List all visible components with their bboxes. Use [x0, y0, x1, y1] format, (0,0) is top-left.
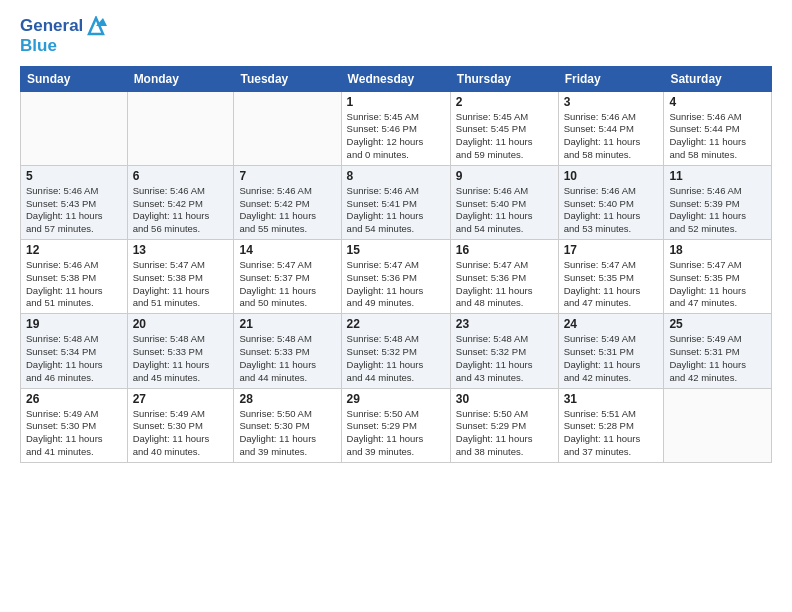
day-info: Sunrise: 5:48 AM Sunset: 5:32 PM Dayligh… [347, 333, 445, 384]
day-info: Sunrise: 5:47 AM Sunset: 5:35 PM Dayligh… [564, 259, 659, 310]
day-number: 16 [456, 243, 553, 257]
day-info: Sunrise: 5:46 AM Sunset: 5:39 PM Dayligh… [669, 185, 766, 236]
day-number: 24 [564, 317, 659, 331]
calendar-cell: 23Sunrise: 5:48 AM Sunset: 5:32 PM Dayli… [450, 314, 558, 388]
day-info: Sunrise: 5:45 AM Sunset: 5:46 PM Dayligh… [347, 111, 445, 162]
day-info: Sunrise: 5:46 AM Sunset: 5:43 PM Dayligh… [26, 185, 122, 236]
day-info: Sunrise: 5:46 AM Sunset: 5:42 PM Dayligh… [239, 185, 335, 236]
calendar-cell: 30Sunrise: 5:50 AM Sunset: 5:29 PM Dayli… [450, 388, 558, 462]
day-number: 23 [456, 317, 553, 331]
day-info: Sunrise: 5:48 AM Sunset: 5:32 PM Dayligh… [456, 333, 553, 384]
day-info: Sunrise: 5:47 AM Sunset: 5:36 PM Dayligh… [347, 259, 445, 310]
calendar-cell: 6Sunrise: 5:46 AM Sunset: 5:42 PM Daylig… [127, 165, 234, 239]
day-number: 1 [347, 95, 445, 109]
calendar-cell: 10Sunrise: 5:46 AM Sunset: 5:40 PM Dayli… [558, 165, 664, 239]
calendar-table: SundayMondayTuesdayWednesdayThursdayFrid… [20, 66, 772, 463]
day-number: 31 [564, 392, 659, 406]
day-number: 5 [26, 169, 122, 183]
calendar-cell: 18Sunrise: 5:47 AM Sunset: 5:35 PM Dayli… [664, 240, 772, 314]
calendar-cell: 1Sunrise: 5:45 AM Sunset: 5:46 PM Daylig… [341, 91, 450, 165]
day-number: 26 [26, 392, 122, 406]
calendar-cell: 24Sunrise: 5:49 AM Sunset: 5:31 PM Dayli… [558, 314, 664, 388]
day-number: 4 [669, 95, 766, 109]
weekday-header-wednesday: Wednesday [341, 66, 450, 91]
calendar-cell: 13Sunrise: 5:47 AM Sunset: 5:38 PM Dayli… [127, 240, 234, 314]
week-row-4: 19Sunrise: 5:48 AM Sunset: 5:34 PM Dayli… [21, 314, 772, 388]
day-number: 12 [26, 243, 122, 257]
day-info: Sunrise: 5:49 AM Sunset: 5:30 PM Dayligh… [26, 408, 122, 459]
calendar-cell: 20Sunrise: 5:48 AM Sunset: 5:33 PM Dayli… [127, 314, 234, 388]
calendar-cell: 9Sunrise: 5:46 AM Sunset: 5:40 PM Daylig… [450, 165, 558, 239]
day-info: Sunrise: 5:46 AM Sunset: 5:40 PM Dayligh… [564, 185, 659, 236]
week-row-3: 12Sunrise: 5:46 AM Sunset: 5:38 PM Dayli… [21, 240, 772, 314]
calendar-cell: 8Sunrise: 5:46 AM Sunset: 5:41 PM Daylig… [341, 165, 450, 239]
calendar-cell: 21Sunrise: 5:48 AM Sunset: 5:33 PM Dayli… [234, 314, 341, 388]
day-info: Sunrise: 5:47 AM Sunset: 5:36 PM Dayligh… [456, 259, 553, 310]
calendar-cell: 14Sunrise: 5:47 AM Sunset: 5:37 PM Dayli… [234, 240, 341, 314]
day-info: Sunrise: 5:46 AM Sunset: 5:40 PM Dayligh… [456, 185, 553, 236]
day-number: 19 [26, 317, 122, 331]
calendar-cell [21, 91, 128, 165]
calendar-cell: 17Sunrise: 5:47 AM Sunset: 5:35 PM Dayli… [558, 240, 664, 314]
weekday-header-friday: Friday [558, 66, 664, 91]
day-info: Sunrise: 5:46 AM Sunset: 5:38 PM Dayligh… [26, 259, 122, 310]
calendar-cell: 11Sunrise: 5:46 AM Sunset: 5:39 PM Dayli… [664, 165, 772, 239]
calendar-cell: 4Sunrise: 5:46 AM Sunset: 5:44 PM Daylig… [664, 91, 772, 165]
header: General Blue [20, 16, 772, 56]
week-row-1: 1Sunrise: 5:45 AM Sunset: 5:46 PM Daylig… [21, 91, 772, 165]
day-number: 9 [456, 169, 553, 183]
weekday-header-sunday: Sunday [21, 66, 128, 91]
weekday-header-thursday: Thursday [450, 66, 558, 91]
calendar-container: General Blue SundayMondayTuesdayWednesda… [0, 0, 792, 612]
day-info: Sunrise: 5:48 AM Sunset: 5:34 PM Dayligh… [26, 333, 122, 384]
calendar-cell [127, 91, 234, 165]
day-number: 25 [669, 317, 766, 331]
calendar-cell: 2Sunrise: 5:45 AM Sunset: 5:45 PM Daylig… [450, 91, 558, 165]
day-number: 10 [564, 169, 659, 183]
calendar-cell: 22Sunrise: 5:48 AM Sunset: 5:32 PM Dayli… [341, 314, 450, 388]
day-number: 15 [347, 243, 445, 257]
day-number: 8 [347, 169, 445, 183]
day-info: Sunrise: 5:46 AM Sunset: 5:42 PM Dayligh… [133, 185, 229, 236]
day-info: Sunrise: 5:50 AM Sunset: 5:29 PM Dayligh… [456, 408, 553, 459]
calendar-cell [234, 91, 341, 165]
day-number: 30 [456, 392, 553, 406]
calendar-cell: 19Sunrise: 5:48 AM Sunset: 5:34 PM Dayli… [21, 314, 128, 388]
day-number: 13 [133, 243, 229, 257]
day-number: 22 [347, 317, 445, 331]
calendar-cell [664, 388, 772, 462]
day-number: 7 [239, 169, 335, 183]
day-info: Sunrise: 5:47 AM Sunset: 5:35 PM Dayligh… [669, 259, 766, 310]
calendar-cell: 27Sunrise: 5:49 AM Sunset: 5:30 PM Dayli… [127, 388, 234, 462]
day-info: Sunrise: 5:48 AM Sunset: 5:33 PM Dayligh… [239, 333, 335, 384]
day-info: Sunrise: 5:49 AM Sunset: 5:31 PM Dayligh… [564, 333, 659, 384]
weekday-header-saturday: Saturday [664, 66, 772, 91]
day-info: Sunrise: 5:51 AM Sunset: 5:28 PM Dayligh… [564, 408, 659, 459]
calendar-cell: 7Sunrise: 5:46 AM Sunset: 5:42 PM Daylig… [234, 165, 341, 239]
logo-blue: Blue [20, 36, 107, 56]
weekday-header-monday: Monday [127, 66, 234, 91]
day-info: Sunrise: 5:48 AM Sunset: 5:33 PM Dayligh… [133, 333, 229, 384]
day-info: Sunrise: 5:50 AM Sunset: 5:29 PM Dayligh… [347, 408, 445, 459]
day-info: Sunrise: 5:45 AM Sunset: 5:45 PM Dayligh… [456, 111, 553, 162]
day-number: 14 [239, 243, 335, 257]
day-number: 20 [133, 317, 229, 331]
calendar-cell: 3Sunrise: 5:46 AM Sunset: 5:44 PM Daylig… [558, 91, 664, 165]
calendar-cell: 16Sunrise: 5:47 AM Sunset: 5:36 PM Dayli… [450, 240, 558, 314]
day-info: Sunrise: 5:47 AM Sunset: 5:37 PM Dayligh… [239, 259, 335, 310]
calendar-cell: 25Sunrise: 5:49 AM Sunset: 5:31 PM Dayli… [664, 314, 772, 388]
day-number: 3 [564, 95, 659, 109]
week-row-2: 5Sunrise: 5:46 AM Sunset: 5:43 PM Daylig… [21, 165, 772, 239]
day-info: Sunrise: 5:50 AM Sunset: 5:30 PM Dayligh… [239, 408, 335, 459]
calendar-cell: 31Sunrise: 5:51 AM Sunset: 5:28 PM Dayli… [558, 388, 664, 462]
weekday-header-row: SundayMondayTuesdayWednesdayThursdayFrid… [21, 66, 772, 91]
calendar-cell: 29Sunrise: 5:50 AM Sunset: 5:29 PM Dayli… [341, 388, 450, 462]
calendar-cell: 12Sunrise: 5:46 AM Sunset: 5:38 PM Dayli… [21, 240, 128, 314]
day-info: Sunrise: 5:49 AM Sunset: 5:30 PM Dayligh… [133, 408, 229, 459]
logo-icon [85, 16, 107, 36]
day-number: 21 [239, 317, 335, 331]
day-info: Sunrise: 5:47 AM Sunset: 5:38 PM Dayligh… [133, 259, 229, 310]
weekday-header-tuesday: Tuesday [234, 66, 341, 91]
day-number: 28 [239, 392, 335, 406]
calendar-cell: 28Sunrise: 5:50 AM Sunset: 5:30 PM Dayli… [234, 388, 341, 462]
